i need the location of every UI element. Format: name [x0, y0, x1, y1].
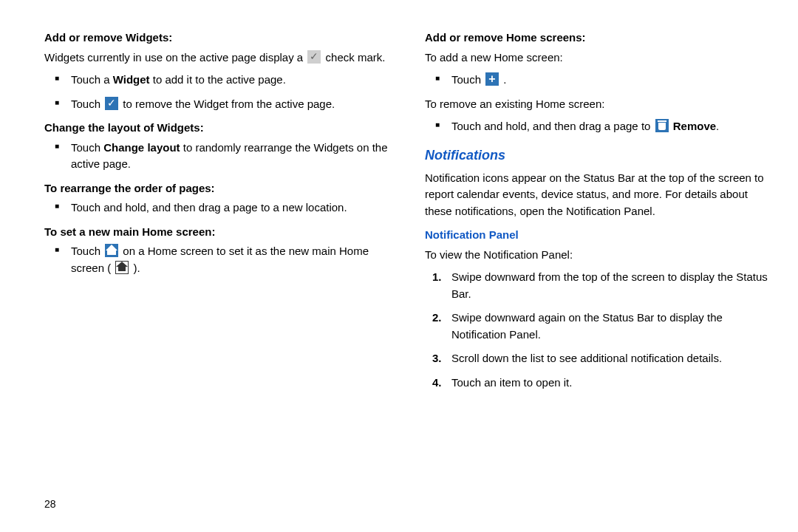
text: Touch and hold, and then drag a page to — [451, 120, 654, 132]
page-number: 28 — [44, 498, 56, 510]
list-item: Touch an item to open it. — [425, 375, 768, 392]
text: to remove the Widget from the active pag… — [120, 98, 335, 110]
checkmark-grey-icon — [307, 50, 321, 64]
list-item: Touch and hold, and then drag a page to … — [425, 118, 768, 135]
heading-change-layout: Change the layout of Widgets: — [44, 120, 388, 137]
list-item: Touch a Widget to add it to the active p… — [44, 72, 388, 89]
para-add-home: To add a new Home screen: — [425, 50, 768, 66]
home-blue-icon — [105, 244, 118, 257]
bold-text: Change layout — [103, 141, 180, 154]
home-outline-icon — [115, 261, 129, 274]
text: Touch — [451, 73, 484, 86]
text: ). — [130, 262, 140, 274]
list-item: Touch to remove the Widget from the acti… — [44, 96, 388, 113]
bullet-list: Touch on a Home screen to set it as the … — [44, 243, 388, 276]
text: check mark. — [322, 51, 385, 64]
list-item: Swipe downward from the top of the scree… — [425, 269, 768, 302]
heading-set-main-home: To set a new main Home screen: — [44, 224, 388, 241]
subheading-notification-panel: Notification Panel — [425, 227, 768, 244]
text: to add it to the active page. — [150, 73, 286, 86]
heading-home-addremove: Add or remove Home screens: — [425, 30, 768, 47]
list-item: Touch . — [425, 72, 768, 89]
para-notifications-intro: Notification icons appear on the Status … — [425, 170, 768, 220]
bullet-list: Touch a Widget to add it to the active p… — [44, 72, 388, 112]
bullet-list: Touch and hold, and then drag a page to … — [425, 118, 768, 135]
text: Touch — [71, 141, 103, 154]
list-item: Swipe downward again on the Status Bar t… — [425, 310, 768, 343]
bold-text: Remove — [673, 120, 716, 132]
list-item: Scroll down the list to see additional n… — [425, 350, 768, 367]
section-notifications: Notifications — [425, 146, 768, 166]
text: Touch — [71, 245, 103, 257]
checkmark-blue-icon — [105, 97, 118, 110]
text: Touch a — [71, 73, 113, 86]
trash-icon — [655, 119, 669, 132]
text: Touch — [71, 98, 103, 110]
right-column: Add or remove Home screens: To add a new… — [425, 22, 768, 517]
numbered-list: Swipe downward from the top of the scree… — [425, 269, 768, 391]
heading-widgets-addremove: Add or remove Widgets: — [44, 30, 388, 47]
para-widgets-intro: Widgets currently in use on the active p… — [44, 50, 388, 66]
manual-page: Add or remove Widgets: Widgets currently… — [0, 0, 798, 532]
list-item: Touch and hold, and then drag a page to … — [44, 200, 388, 216]
para-remove-home: To remove an existing Home screen: — [425, 96, 768, 113]
text: Widgets currently in use on the active p… — [44, 51, 306, 64]
text: . — [716, 120, 719, 132]
heading-rearrange-pages: To rearrange the order of pages: — [44, 180, 388, 197]
plus-icon — [485, 72, 499, 86]
left-column: Add or remove Widgets: Widgets currently… — [44, 22, 388, 517]
para-view-panel: To view the Notification Panel: — [425, 247, 768, 264]
bold-text: Widget — [113, 73, 150, 86]
bullet-list: Touch . — [425, 72, 768, 89]
text: . — [500, 73, 506, 86]
list-item: Touch on a Home screen to set it as the … — [44, 243, 388, 276]
bullet-list: Touch Change layout to randomly rearrang… — [44, 140, 388, 173]
list-item: Touch Change layout to randomly rearrang… — [44, 140, 388, 173]
bullet-list: Touch and hold, and then drag a page to … — [44, 200, 388, 216]
